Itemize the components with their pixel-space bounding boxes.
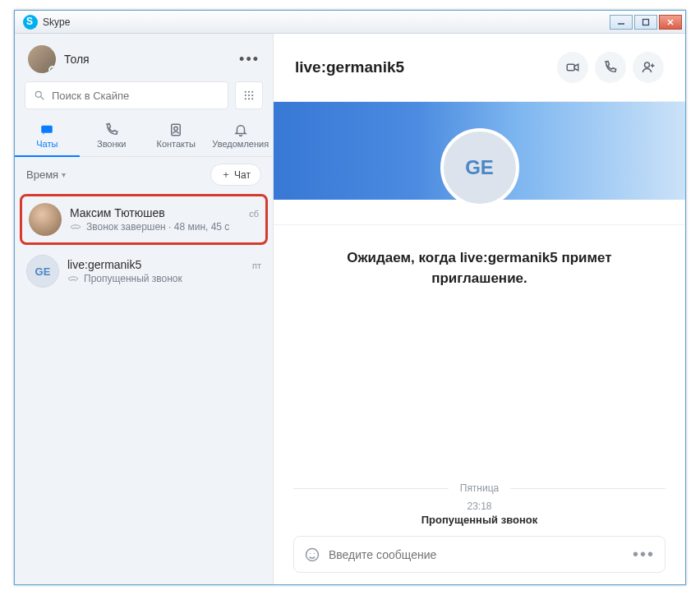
chat-timeline: Пятница 23:18 Пропущенный звонок ••• xyxy=(274,288,685,584)
presence-online-icon xyxy=(48,66,56,73)
add-person-button[interactable] xyxy=(633,52,664,83)
user-avatar[interactable] xyxy=(28,45,56,73)
phone-icon xyxy=(104,122,119,137)
tab-contacts-label: Контакты xyxy=(156,139,196,149)
day-separator: Пятница xyxy=(293,482,665,494)
conversation-timestamp: пт xyxy=(252,261,261,270)
chat-avatar[interactable]: GE xyxy=(440,128,519,207)
message-composer: ••• xyxy=(293,536,665,573)
message-input[interactable] xyxy=(329,548,624,561)
titlebar: Skype xyxy=(15,11,685,34)
nav-tabs: Чаты Звонки Контакты Уведомления xyxy=(15,118,273,157)
window-title: Skype xyxy=(43,16,70,28)
sidebar: Толя ••• Чаты Звонки xyxy=(15,34,274,584)
invite-pending-text: Ожидаем, когда live:germanik5 примет при… xyxy=(274,225,685,288)
close-button[interactable] xyxy=(659,15,682,30)
search-container[interactable] xyxy=(25,81,228,109)
conversation-subtitle: Звонок завершен · 48 мин, 45 с xyxy=(86,221,229,233)
svg-point-17 xyxy=(174,127,178,131)
svg-point-8 xyxy=(251,91,253,93)
person-add-icon xyxy=(641,60,656,75)
chat-hero: GE xyxy=(274,102,685,225)
chevron-down-icon: ▾ xyxy=(62,170,66,179)
svg-point-12 xyxy=(245,98,246,99)
svg-point-13 xyxy=(248,98,250,99)
conversation-item[interactable]: GE live:germanik5 пт Пропущенный звонок xyxy=(15,247,273,296)
missed-call-entry: 23:18 Пропущенный звонок xyxy=(293,500,665,526)
video-call-button[interactable] xyxy=(557,52,588,83)
svg-rect-18 xyxy=(567,64,574,71)
missed-call-icon xyxy=(67,274,79,284)
tab-chats[interactable]: Чаты xyxy=(15,118,80,157)
svg-rect-1 xyxy=(643,19,649,25)
svg-point-14 xyxy=(251,98,253,99)
emoji-icon[interactable] xyxy=(304,547,320,563)
contact-avatar: GE xyxy=(26,255,59,288)
filter-time[interactable]: Время ▾ xyxy=(26,168,66,181)
contact-name: live:germanik5 xyxy=(67,258,141,271)
more-menu-button[interactable]: ••• xyxy=(239,51,260,68)
dialpad-button[interactable] xyxy=(235,81,263,109)
svg-point-4 xyxy=(35,91,41,97)
svg-point-19 xyxy=(645,62,650,67)
svg-point-7 xyxy=(248,91,250,93)
svg-point-6 xyxy=(245,91,246,93)
skype-icon xyxy=(23,15,38,30)
tab-notifications-label: Уведомления xyxy=(212,139,269,149)
svg-rect-15 xyxy=(42,126,53,133)
minimize-button[interactable] xyxy=(610,15,633,30)
contact-name: Максим Тютюшев xyxy=(70,206,165,219)
phone-icon xyxy=(603,60,618,75)
maximize-button[interactable] xyxy=(634,15,657,30)
svg-point-9 xyxy=(245,95,246,96)
svg-point-23 xyxy=(310,552,311,553)
svg-point-22 xyxy=(306,548,319,560)
chat-header: live:germanik5 xyxy=(274,34,685,102)
conversation-item[interactable]: Максим Тютюшев сб Звонок завершен · 48 м… xyxy=(20,194,268,245)
bell-icon xyxy=(233,122,248,137)
app-window: Skype Толя ••• xyxy=(14,10,686,585)
composer-more-button[interactable]: ••• xyxy=(633,545,655,564)
tab-chats-label: Чаты xyxy=(36,139,58,149)
tab-calls[interactable]: Звонки xyxy=(80,118,145,156)
username[interactable]: Толя xyxy=(64,53,90,66)
chat-title: live:germanik5 xyxy=(295,58,404,76)
audio-call-button[interactable] xyxy=(595,52,626,83)
conversation-timestamp: сб xyxy=(249,209,259,219)
new-chat-button[interactable]: ＋Чат xyxy=(210,164,261,186)
svg-line-5 xyxy=(41,97,44,100)
plus-icon: ＋ xyxy=(221,168,231,182)
conversation-subtitle: Пропущенный звонок xyxy=(84,273,182,284)
tab-notifications[interactable]: Уведомления xyxy=(209,118,274,156)
search-input[interactable] xyxy=(52,90,219,102)
svg-point-10 xyxy=(248,95,250,96)
missed-call-time: 23:18 xyxy=(293,500,665,512)
contacts-icon xyxy=(168,122,183,137)
svg-point-24 xyxy=(314,552,315,553)
tab-calls-label: Звонки xyxy=(97,139,127,149)
video-icon xyxy=(565,60,580,75)
dialpad-icon xyxy=(243,90,255,101)
conversation-list: Максим Тютюшев сб Звонок завершен · 48 м… xyxy=(15,192,273,584)
tab-contacts[interactable]: Контакты xyxy=(144,118,209,156)
day-label: Пятница xyxy=(460,482,500,494)
chat-icon xyxy=(39,122,54,137)
chat-pane: live:germanik5 GE Ожидаем, когда live:ge… xyxy=(274,34,685,584)
search-icon xyxy=(34,90,45,101)
contact-avatar xyxy=(29,203,62,236)
svg-point-11 xyxy=(251,95,253,96)
missed-call-label: Пропущенный звонок xyxy=(293,514,665,526)
call-ended-icon xyxy=(70,222,81,232)
